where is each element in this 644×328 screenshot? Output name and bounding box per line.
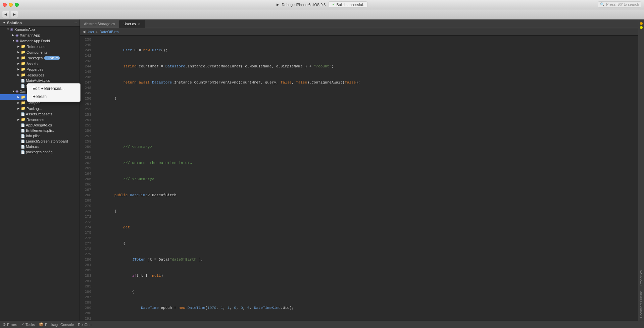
titlebar: ▶ Debug › iPhone 6s iOS 9.3 ✓ Build succ… — [0, 0, 644, 9]
breadcrumb-arrow-back[interactable]: ◀ — [83, 30, 85, 34]
sidebar-item-mainactivity[interactable]: ▶ 📄 MainActivity.cs — [0, 78, 80, 83]
breadcrumb-user[interactable]: User — [87, 30, 94, 34]
sidebar-header: ▼ Solution ⋯ — [0, 19, 80, 26]
right-panel-dot-yellow — [640, 26, 643, 29]
sidebar-item-resources-droid[interactable]: ▶ 📁 Resources — [0, 72, 80, 78]
resgen-label: ResGen — [78, 323, 91, 327]
bottom-errors[interactable]: ⊘ Errors — [3, 322, 17, 327]
search-placeholder: Press '⌘/' to search — [606, 2, 639, 7]
bottom-resgen[interactable]: ResGen — [78, 323, 91, 327]
editor-area: AbstractStorage.cs User.cs ✕ ◀ User ▶ Da… — [80, 19, 638, 321]
errors-icon: ⊘ — [3, 322, 6, 327]
debug-scheme[interactable]: Debug › iPhone 6s iOS 9.3 — [282, 3, 326, 7]
toolbar: ◀ ▶ — [0, 9, 644, 19]
tasks-icon: ✓ — [21, 322, 24, 327]
breadcrumb: ◀ User ▶ DateOfBirth — [80, 28, 638, 36]
context-menu-edit-references[interactable]: Edit References... — [27, 85, 80, 93]
sidebar-item-appdelegate[interactable]: ▶ 📄 AppDelegate.cs — [0, 122, 80, 128]
close-button[interactable] — [3, 3, 7, 7]
right-panel-dot-orange — [640, 22, 643, 25]
minimize-button[interactable] — [9, 3, 13, 7]
search-bar[interactable]: 🔍 Press '⌘/' to search — [598, 1, 641, 8]
breadcrumb-dateofbirth[interactable]: DateOfBirth — [99, 30, 118, 34]
sidebar-item-assets-droid[interactable]: ▶ 📁 Assets — [0, 61, 80, 66]
sidebar-item-entitlements[interactable]: ▶ 📄 Entitlements.plist — [0, 128, 80, 133]
sidebar-item-assets-xcassets[interactable]: ▶ 📄 Assets.xcassets — [0, 111, 80, 117]
code-editor[interactable]: 239 240 241 242 243 244 245 246 247 248 … — [80, 36, 638, 321]
line-numbers: 239 240 241 242 243 244 245 246 247 248 … — [80, 36, 94, 321]
titlebar-center: ▶ Debug › iPhone 6s iOS 9.3 ✓ Build succ… — [277, 1, 368, 8]
right-panel: Properties Document Outline — [638, 19, 644, 321]
tab-user-cs[interactable]: User.cs ✕ — [119, 20, 145, 28]
sidebar-item-xamarinapp-droid[interactable]: ▼ ◉ XamarinApp.Droid — [0, 38, 80, 44]
sidebar-item-packages-ios-config[interactable]: ▶ 📄 packages.config — [0, 149, 80, 155]
code-content[interactable]: User u = new User(); string countHref = … — [94, 36, 638, 321]
bottom-tasks[interactable]: ✓ Tasks — [21, 322, 35, 327]
tasks-label: Tasks — [26, 323, 35, 327]
main-layout: ▼ Solution ⋯ ▼ ◉ XamarinApp ▶ ◉ XamarinA… — [0, 19, 644, 321]
errors-label: Errors — [7, 323, 17, 327]
breadcrumb-separator: ▶ — [96, 30, 98, 34]
device-selector[interactable]: iPhone 6s iOS 9.3 — [296, 3, 326, 7]
forward-button[interactable]: ▶ — [11, 11, 18, 18]
sidebar-item-main-cs[interactable]: ▶ 📄 Main.cs — [0, 144, 80, 149]
build-status: ✓ Build successful. — [328, 1, 367, 8]
tab-abstractstorage-label: AbstractStorage.cs — [84, 22, 115, 26]
run-icon: ▶ — [277, 3, 279, 6]
sidebar-item-xamarinapp[interactable]: ▶ ◉ XamarinApp — [0, 32, 80, 38]
sidebar-item-packages-droid[interactable]: ▶ 📁 Packages 6 updates — [0, 55, 80, 61]
sidebar-item-launchscreen[interactable]: ▶ 📄 LaunchScreen.storyboard — [0, 139, 80, 144]
back-button[interactable]: ◀ — [2, 11, 9, 18]
sidebar-item-components-droid[interactable]: ▶ 📁 Components — [0, 49, 80, 55]
context-menu-refresh[interactable]: Refresh — [27, 93, 80, 101]
right-panel-document-outline[interactable]: Document Outline — [639, 288, 644, 321]
sidebar-item-resources-ios[interactable]: ▶ 📁 Resources — [0, 117, 80, 122]
tabs-bar: AbstractStorage.cs User.cs ✕ — [80, 19, 638, 28]
bottom-package-console[interactable]: 📦 Package Console — [39, 322, 74, 327]
maximize-button[interactable] — [15, 3, 19, 7]
sidebar-item-xamarinapp-root[interactable]: ▼ ◉ XamarinApp — [0, 26, 80, 32]
solution-icon: ▼ — [3, 21, 6, 24]
sidebar-item-info-plist[interactable]: ▶ 📄 Info.plist — [0, 133, 80, 139]
sidebar-item-properties-droid[interactable]: ▶ 📁 Properties — [0, 66, 80, 72]
sidebar: ▼ Solution ⋯ ▼ ◉ XamarinApp ▶ ◉ XamarinA… — [0, 19, 80, 321]
right-panel-properties[interactable]: Properties — [639, 268, 644, 288]
search-icon: 🔍 — [600, 2, 605, 7]
sidebar-item-references-droid[interactable]: ▶ 📁 References — [0, 44, 80, 49]
bottom-bar: ⊘ Errors ✓ Tasks 📦 Package Console ResGe… — [0, 321, 644, 328]
tab-abstractstorage[interactable]: AbstractStorage.cs — [80, 20, 119, 28]
sidebar-item-packages-ios[interactable]: ▶ 📁 Packag... — [0, 106, 80, 111]
sidebar-title: Solution — [7, 21, 22, 25]
package-console-label: Package Console — [45, 323, 74, 327]
sidebar-options[interactable]: ⋯ — [73, 21, 77, 25]
tab-user-cs-label: User.cs — [123, 22, 136, 26]
package-console-icon: 📦 — [39, 322, 44, 327]
context-menu: Edit References... Refresh — [27, 83, 81, 102]
tab-user-cs-close[interactable]: ✕ — [138, 22, 141, 26]
